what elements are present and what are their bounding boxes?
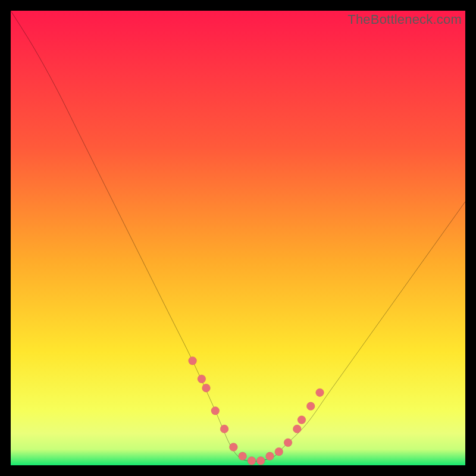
chart-frame: TheBottleneck.com: [11, 11, 465, 465]
gradient-background: [11, 11, 465, 465]
svg-rect-0: [11, 11, 465, 465]
watermark-text: TheBottleneck.com: [347, 12, 462, 27]
